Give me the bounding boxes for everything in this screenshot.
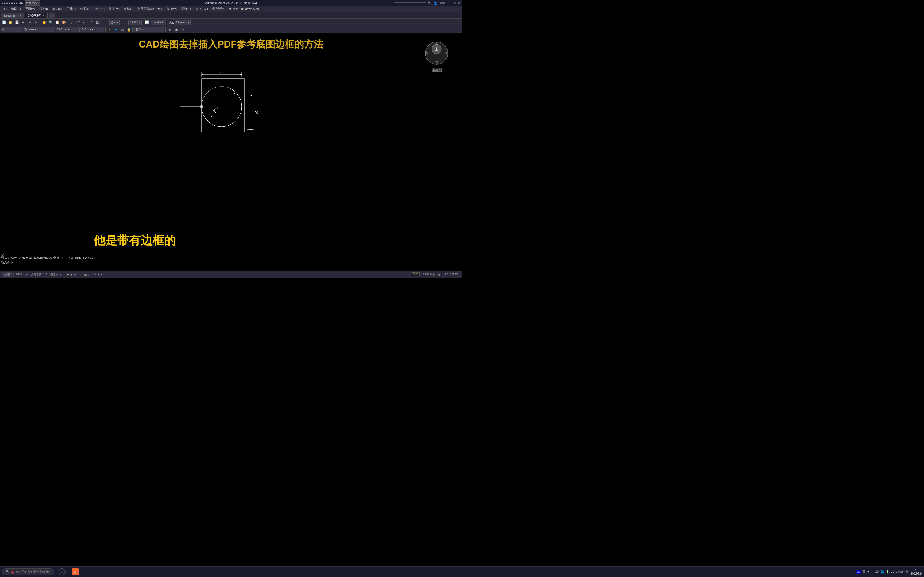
tab-drawing1[interactable]: Drawing1* ✕ — [1, 13, 24, 18]
style-icon[interactable]: Aa — [168, 19, 174, 25]
lineweight-icon[interactable]: — — [81, 273, 83, 276]
layer-name-dropdown[interactable]: ByLayer ▾ — [23, 27, 55, 32]
menu-edit[interactable]: 编辑(E) — [9, 6, 23, 11]
svg-rect-7 — [188, 56, 271, 184]
command-area: 到 C:\Users\1\AppData\Local\Temp\CAD教程_1_… — [1, 256, 461, 264]
color-swatch3[interactable]: □ — [120, 27, 125, 32]
cad-drawing: 75 50 Ø75 — [180, 55, 282, 188]
model-label[interactable]: 模型 — [50, 273, 55, 276]
menu-insert[interactable]: 插入(I) — [37, 6, 50, 11]
osnap-icon[interactable]: ⊠ — [74, 273, 76, 276]
quick-access-icons: ■ ■ ■ ■ ■ ■ ▶ ◀ ▶ — [2, 2, 24, 5]
svg-text:南: 南 — [435, 60, 438, 64]
paper-lock-icon[interactable]: 🔒 — [126, 27, 132, 32]
menu-yqarch[interactable]: YQARCH — [194, 7, 210, 11]
add-icon[interactable]: + — [101, 273, 102, 276]
standard-dropdown1[interactable]: Standard ▾ — [150, 20, 166, 25]
menu-yanxiu[interactable]: 燕秀工具箱2.87(Y) — [136, 6, 164, 11]
zoom-percent[interactable]: 40% — [411, 273, 420, 276]
menu-view[interactable]: 视图(V) — [23, 6, 37, 11]
standard-dropdown2[interactable]: Standard ▾ — [175, 20, 191, 25]
render-icon2[interactable]: ◉ — [173, 27, 179, 32]
settings-icon[interactable]: ⚙ — [97, 273, 100, 276]
font-dropdown[interactable]: 黑体 ▾ — [109, 20, 120, 25]
scale-label[interactable]: 1:1 — [92, 273, 96, 276]
svg-text:Ø75: Ø75 — [213, 106, 219, 113]
print-icon[interactable]: 🖨 — [20, 19, 26, 25]
color-swatch1[interactable]: ● — [107, 27, 113, 32]
paper-dropdown[interactable]: □ 图纸 ▾ — [132, 27, 165, 32]
pan-icon[interactable]: ✋ — [42, 19, 47, 25]
layer-prop-icon[interactable]: 📊 — [144, 19, 150, 25]
layer-dropdown[interactable]: ≡ — [1, 27, 23, 32]
circle-icon[interactable]: ◯ — [75, 19, 81, 25]
menu-draw[interactable]: 绘图(D) — [79, 6, 92, 11]
canvas-area[interactable]: CAD绘图去掉插入PDF参考底图边框的方法 上 北 南 西 东 1:0.6 + — [0, 33, 462, 272]
dimension-icon[interactable]: ⊢ — [122, 19, 128, 25]
tab-add-button[interactable]: + — [49, 13, 55, 18]
temp-label: 29°C 晴朗 — [423, 273, 435, 276]
snap-icon[interactable]: ⋮⋮ — [59, 273, 65, 276]
text-icon[interactable]: T — [101, 19, 107, 25]
toolbar-row1: 📄 📂 💾 🖨 ↩ ↪ ✋ 🔍 📋 🎨 ╱ ◯ ▭ ◜ ▤ T 黑体 ▾ ⊢ I… — [0, 19, 462, 26]
linewidth-dropdown[interactable]: 0.00 mm ▾ — [56, 27, 80, 32]
menu-modify[interactable]: 修改(M) — [107, 6, 121, 11]
properties-icon[interactable]: 📋 — [54, 19, 60, 25]
svg-text:东: 东 — [445, 52, 448, 55]
layout2-tab[interactable]: 布局2 — [13, 272, 24, 277]
canvas-title: CAD绘图去掉插入PDF参考底图边框的方法 — [139, 38, 323, 51]
iso-dropdown[interactable]: ISO-25 ▾ — [128, 20, 142, 25]
tab-cad-tutorial[interactable]: CAD教程* ✕ — [25, 13, 48, 18]
undo-icon[interactable]: ↩ — [27, 19, 32, 25]
close-btn[interactable]: ✕ — [458, 1, 460, 5]
compass-label[interactable]: 1:0.6 + — [431, 68, 442, 72]
selection-icon[interactable]: ⬡ — [88, 273, 90, 276]
rect-icon[interactable]: ▭ — [82, 19, 88, 25]
zoom-icon[interactable]: 🔍 — [48, 19, 54, 25]
tab-bar: Drawing1* ✕ CAD教程* ✕ + — [0, 12, 462, 19]
restore-btn[interactable]: □ — [454, 1, 456, 5]
search-box[interactable] — [394, 2, 426, 3]
user-icon[interactable]: 👤 — [434, 2, 438, 5]
tab-close-drawing1[interactable]: ✕ — [19, 14, 21, 17]
render-icon1[interactable]: ◈ — [167, 27, 173, 32]
menu-params[interactable]: 参数(P) — [122, 6, 135, 11]
color-dropdown[interactable]: ByColor ▾ — [80, 27, 104, 32]
svg-line-20 — [205, 90, 238, 122]
login-label[interactable]: 登录 — [439, 1, 445, 5]
menu-window[interactable]: 窗口(W) — [165, 6, 179, 11]
svg-text:75: 75 — [220, 70, 223, 74]
render-icon3[interactable]: ◇ — [180, 27, 186, 32]
menu-yuanquan[interactable]: 源泉设计 — [210, 6, 226, 11]
hatch-icon[interactable]: ▤ — [95, 19, 100, 25]
redo-icon[interactable]: ↪ — [33, 19, 39, 25]
ortho-icon[interactable]: ⊢ — [67, 273, 69, 276]
new-icon[interactable]: 📄 — [1, 19, 7, 25]
yanxiu-text: 燕秀字高=2.5 — [31, 273, 47, 276]
workspace-dropdown[interactable]: 经典模式 ▾ — [24, 0, 40, 6]
open-icon[interactable]: 📂 — [8, 19, 13, 25]
transparency-icon[interactable]: ◫ — [84, 273, 87, 276]
minimize-btn[interactable]: ─ — [449, 1, 452, 5]
add-layout-btn[interactable]: + — [25, 272, 29, 276]
search-icon[interactable]: 🔍 — [428, 2, 431, 5]
tab-close-cad[interactable]: ✕ — [42, 14, 45, 17]
toolbar-sep1 — [40, 20, 40, 25]
polar-icon[interactable]: ◈ — [70, 273, 73, 276]
menu-yqarch-pulldown[interactable]: YQArch Pull-down Menu — [226, 7, 262, 11]
grid-icon[interactable]: ⊞ — [56, 273, 58, 276]
3d-icon[interactable]: ▲ — [77, 273, 79, 276]
line-icon[interactable]: ╱ — [69, 19, 75, 25]
menu-help[interactable]: 帮助(H) — [179, 6, 193, 11]
arc-icon[interactable]: ◜ — [88, 19, 94, 25]
menu-annotate[interactable]: 标注(N) — [93, 6, 107, 11]
layout1-tab[interactable]: 布局1 — [2, 272, 12, 277]
toolbar2-sep2 — [165, 27, 166, 32]
match-icon[interactable]: 🎨 — [61, 19, 66, 25]
color-swatch2[interactable]: ● — [113, 27, 119, 32]
subtitle-text: 他是带有边框的 — [94, 233, 176, 248]
menu-file[interactable]: (F) — [1, 7, 8, 11]
menu-tools[interactable]: 工具(T) — [65, 6, 78, 11]
menu-format[interactable]: 格式(O) — [50, 6, 64, 11]
save-icon[interactable]: 💾 — [14, 19, 20, 25]
